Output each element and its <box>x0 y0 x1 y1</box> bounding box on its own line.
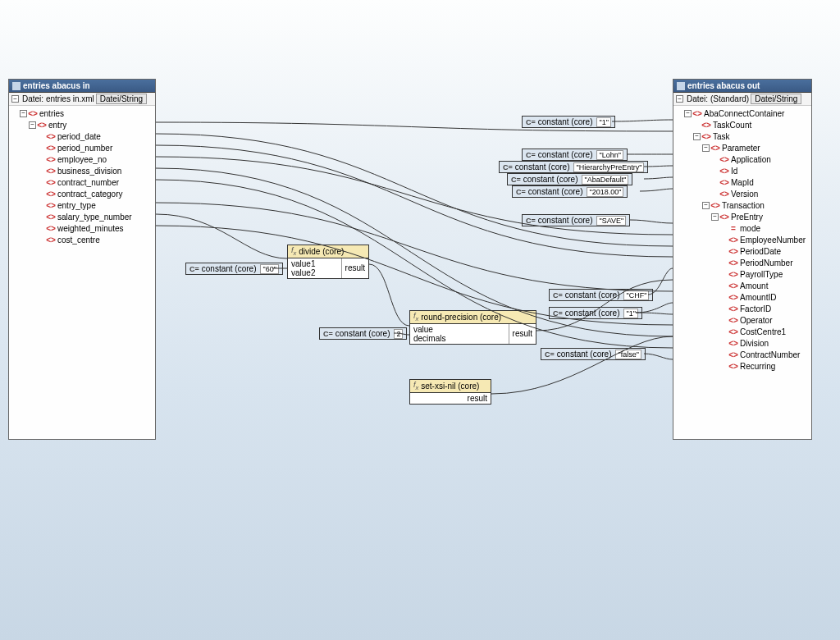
element-icon: <> <box>47 178 55 186</box>
constant-abadefault[interactable]: C=constant (core)"AbaDefault" <box>507 173 632 185</box>
element-icon: <> <box>729 247 737 255</box>
element-icon: <> <box>729 258 737 267</box>
tree-node-aba[interactable]: AbaConnectContainer <box>704 109 784 118</box>
function-icon: fx <box>291 246 296 257</box>
tree-node-field[interactable]: period_number <box>57 144 112 153</box>
constant-hierarchy[interactable]: C=constant (core)"HierarchyPreEntry" <box>499 161 648 173</box>
constant-1-b[interactable]: C=constant (core)"1" <box>549 307 642 319</box>
tree-node-param[interactable]: Version <box>731 190 758 199</box>
schema-icon <box>677 82 685 90</box>
element-icon: <> <box>729 270 737 278</box>
port-value1[interactable]: value1 <box>291 259 338 268</box>
tree-node-field[interactable]: employee_no <box>57 155 107 164</box>
tree-node-param[interactable]: Id <box>731 167 737 176</box>
element-icon: <> <box>729 293 737 301</box>
collapse-icon[interactable]: − <box>20 110 27 117</box>
tree-node-field[interactable]: entry_type <box>57 201 96 210</box>
source-panel: entries abacus in − Datei: entries in.xm… <box>8 79 156 440</box>
tree-node-prefield[interactable]: PeriodDate <box>740 247 781 256</box>
port-value2[interactable]: value2 <box>291 268 338 277</box>
collapse-icon[interactable]: − <box>693 133 701 140</box>
tree-node-taskcount[interactable]: TaskCount <box>713 121 751 130</box>
tree-node-prefield[interactable]: FactorID <box>740 304 771 313</box>
tree-node-prefield[interactable]: AmountID <box>740 293 776 302</box>
constant-icon: C= <box>526 151 536 159</box>
tree-node-field[interactable]: salary_type_number <box>57 213 132 222</box>
constant-60[interactable]: C=constant (core)"60" <box>185 263 283 275</box>
tree-node-prefield[interactable]: PeriodNumber <box>740 258 792 267</box>
element-icon: <> <box>729 362 737 370</box>
tree-node-param[interactable]: Application <box>731 155 771 164</box>
element-icon: <> <box>729 339 737 347</box>
element-icon: <> <box>47 132 55 140</box>
port-decimals[interactable]: decimals <box>413 334 505 343</box>
tree-node-prefield[interactable]: PayrollType <box>740 270 783 279</box>
schema-icon <box>12 82 21 90</box>
collapse-icon[interactable]: − <box>684 110 692 117</box>
constant-icon: C= <box>545 350 555 359</box>
constant-2[interactable]: C=constant (core)2 <box>319 327 407 340</box>
element-icon: <> <box>711 144 719 152</box>
tree-node-transaction[interactable]: Transaction <box>722 201 765 210</box>
element-icon: <> <box>47 144 55 152</box>
target-file-button[interactable]: Datei/String <box>751 94 801 104</box>
element-icon: <> <box>47 201 55 209</box>
tree-node-prefield[interactable]: CostCentre1 <box>740 327 786 336</box>
target-header[interactable]: entries abacus out <box>673 80 811 93</box>
element-icon: <> <box>47 167 55 175</box>
function-divide[interactable]: fxdivide (core) value1 value2 result <box>287 245 369 279</box>
tree-node-field[interactable]: cost_centre <box>57 235 100 245</box>
tree-node-field[interactable]: business_division <box>57 167 121 176</box>
tree-node-param[interactable]: MapId <box>731 178 754 187</box>
tree-node-prefield[interactable]: Division <box>740 339 769 348</box>
collapse-icon[interactable]: − <box>29 121 36 129</box>
tree-node-parameter[interactable]: Parameter <box>722 144 760 153</box>
collapse-icon[interactable]: − <box>676 95 683 103</box>
tree-node-field[interactable]: period_date <box>57 132 101 141</box>
port-result[interactable]: result <box>468 394 487 403</box>
port-result[interactable]: result <box>345 263 365 272</box>
element-icon: <> <box>47 190 55 198</box>
collapse-icon[interactable]: − <box>702 144 710 152</box>
collapse-icon[interactable]: − <box>711 213 719 221</box>
function-round-precision[interactable]: fxround-precision (core) value decimals … <box>409 310 536 345</box>
element-icon: <> <box>720 155 728 163</box>
constant-icon: C= <box>553 309 563 318</box>
tree-node-entry[interactable]: entry <box>48 121 66 130</box>
tree-node-prefield[interactable]: Amount <box>740 281 768 290</box>
tree-node-prefield[interactable]: Operator <box>740 316 772 325</box>
constant-version[interactable]: C=constant (core)"2018.00" <box>512 185 628 198</box>
constant-chf[interactable]: C=constant (core)"CHF" <box>549 289 653 301</box>
constant-lohn[interactable]: C=constant (core)"Lohn" <box>522 149 628 161</box>
source-file-row: − Datei: entries in.xml Datei/String <box>9 93 155 106</box>
constant-1[interactable]: C=constant (core)"1" <box>522 116 615 128</box>
port-result[interactable]: result <box>513 329 532 338</box>
element-icon: <> <box>729 235 737 244</box>
constant-false[interactable]: C=constant (core)"false" <box>541 348 646 360</box>
tree-node-entries[interactable]: entries <box>39 109 64 118</box>
tree-node-prefield[interactable]: Recurring <box>740 362 775 371</box>
function-set-xsi-nil[interactable]: fxset-xsi-nil (core) result <box>409 379 491 405</box>
tree-node-prefield[interactable]: ContractNumber <box>740 350 800 359</box>
constant-icon: C= <box>503 163 513 171</box>
collapse-icon[interactable]: − <box>11 95 19 103</box>
tree-node-field[interactable]: weighted_minutes <box>57 224 124 233</box>
tree-node-field[interactable]: contract_number <box>57 178 119 187</box>
element-icon: <> <box>720 213 728 221</box>
target-title: entries abacus out <box>687 81 760 90</box>
port-value[interactable]: value <box>413 325 505 334</box>
collapse-icon[interactable]: − <box>702 202 710 209</box>
constant-save[interactable]: C=constant (core)"SAVE" <box>522 214 630 226</box>
element-icon: <> <box>29 109 37 117</box>
element-icon: <> <box>702 121 710 129</box>
element-icon: <> <box>720 178 728 186</box>
tree-node-prefield[interactable]: EmployeeNumber <box>740 235 806 245</box>
constant-icon: C= <box>553 291 563 299</box>
constant-icon: C= <box>526 217 536 225</box>
tree-node-field[interactable]: contract_category <box>57 190 123 199</box>
source-header[interactable]: entries abacus in <box>9 80 155 93</box>
tree-node-task[interactable]: Task <box>713 132 730 141</box>
tree-node-preentry[interactable]: PreEntry <box>731 213 763 222</box>
tree-node-mode[interactable]: mode <box>740 224 760 233</box>
source-file-button[interactable]: Datei/String <box>96 94 147 104</box>
